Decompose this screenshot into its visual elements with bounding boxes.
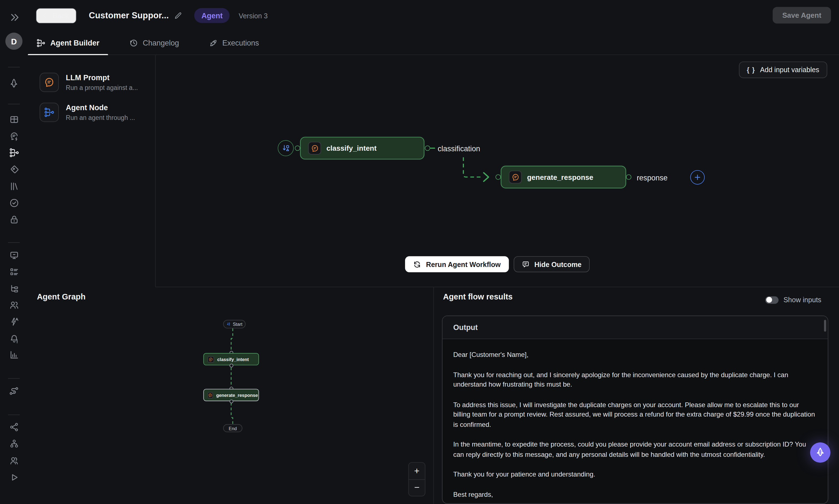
sidebar-item-org[interactable] xyxy=(0,435,28,452)
hide-outcome-button[interactable]: Hide Outcome xyxy=(513,256,589,272)
agent-graph-panel: Agent Graph Start classify_intent genera… xyxy=(28,287,434,504)
icon-rail: D xyxy=(0,0,28,504)
chat-bubble-icon xyxy=(44,77,55,88)
sidebar-item-labels[interactable] xyxy=(0,162,28,178)
add-input-variables-button[interactable]: { } Add input variables xyxy=(739,61,827,78)
workflow-icon xyxy=(44,107,55,118)
palette-item-description: Run a prompt against a... xyxy=(66,84,138,92)
route-icon xyxy=(8,386,19,397)
save-agent-button[interactable]: Save Agent xyxy=(773,7,831,23)
share-icon xyxy=(9,422,19,432)
monitor-icon xyxy=(9,250,19,260)
back-button[interactable]: Back xyxy=(36,8,77,23)
sidebar-item-tables[interactable] xyxy=(0,111,28,127)
show-inputs-control: Show inputs xyxy=(765,296,821,304)
org-chart-icon xyxy=(9,438,19,449)
rocket-icon xyxy=(209,38,218,48)
braces-icon: { } xyxy=(747,66,755,74)
generate-output-port[interactable] xyxy=(626,174,631,180)
page-title: Customer Suppor... xyxy=(89,11,169,20)
sidebar-item-pipelines[interactable] xyxy=(0,383,28,399)
divider xyxy=(8,242,20,243)
output-paragraph: Best regards, xyxy=(453,490,817,500)
node-chip xyxy=(208,392,213,398)
tab-agent-builder[interactable]: Agent Builder xyxy=(28,31,108,55)
copilot-ship-icon xyxy=(8,78,19,89)
plus-icon xyxy=(694,174,701,181)
play-icon xyxy=(9,472,19,482)
copilot-ship-icon xyxy=(814,447,826,458)
output-paragraph: Dear [Customer's Name], xyxy=(453,350,817,360)
rerun-agent-workflow-button[interactable]: Rerun Agent Workflow xyxy=(405,256,508,272)
sidebar-item-deployments[interactable] xyxy=(0,247,28,263)
bar-chart-icon xyxy=(9,349,19,360)
divider xyxy=(8,378,20,379)
sidebar-item-copilot[interactable] xyxy=(0,75,28,92)
sidebar-item-actions[interactable] xyxy=(0,313,28,329)
prompt-chat-icon xyxy=(9,131,19,142)
output-label-classification: classification xyxy=(438,144,480,153)
output-header: Output xyxy=(443,316,828,339)
edit-title-button[interactable] xyxy=(174,11,183,20)
node-chip xyxy=(208,356,214,362)
sidebar-item-analytics[interactable] xyxy=(0,347,28,363)
divider xyxy=(8,67,20,68)
classify-output-port[interactable] xyxy=(425,145,430,151)
agent-flow-results-panel: Agent flow results Show inputs Output De… xyxy=(434,287,839,504)
mini-start-node[interactable]: Start xyxy=(223,320,246,329)
library-icon xyxy=(9,181,19,191)
chat-bubble-icon xyxy=(311,144,319,152)
sidebar-item-prompts[interactable] xyxy=(0,128,28,145)
avatar[interactable]: D xyxy=(5,33,22,50)
output-paragraph: In the meantime, to expedite the process… xyxy=(453,439,817,459)
palette-item-llm-prompt[interactable]: LLM Prompt Run a prompt against a... xyxy=(28,66,156,98)
tree-icon xyxy=(9,283,19,294)
scrollbar-thumb[interactable] xyxy=(824,320,826,332)
sidebar-item-integrations[interactable] xyxy=(0,419,28,435)
copilot-fab-button[interactable] xyxy=(810,443,831,463)
mini-end-node[interactable]: End xyxy=(223,424,243,432)
output-paragraph: To address this issue, I will investigat… xyxy=(453,400,817,430)
pencil-icon xyxy=(174,11,183,20)
chat-bubble-icon xyxy=(208,393,212,397)
refresh-icon xyxy=(413,260,421,268)
palette-item-description: Run an agent through ... xyxy=(66,114,135,122)
check-squircle-icon xyxy=(9,198,19,208)
sidebar-item-members[interactable] xyxy=(0,297,28,313)
node-chip xyxy=(509,171,522,183)
table-icon xyxy=(9,114,19,124)
sidebar-item-hierarchy[interactable] xyxy=(0,280,28,296)
output-body[interactable]: Dear [Customer's Name], Thank you for re… xyxy=(443,339,828,500)
message-icon xyxy=(521,260,530,268)
sidebar-item-run[interactable] xyxy=(0,469,28,485)
node-generate-response[interactable]: generate_response xyxy=(501,166,626,188)
agent-graph-title: Agent Graph xyxy=(37,292,86,301)
add-node-button[interactable] xyxy=(690,170,704,184)
sidebar-item-security[interactable] xyxy=(0,211,28,227)
workflow-inputs-button[interactable] xyxy=(278,140,294,156)
palette-item-agent-node[interactable]: Agent Node Run an agent through ... xyxy=(28,96,156,128)
tab-executions[interactable]: Executions xyxy=(200,31,268,55)
sidebar-item-evaluations[interactable] xyxy=(0,195,28,211)
palette-item-title: Agent Node xyxy=(66,103,135,112)
app-window: D Back Customer Suppor... Age xyxy=(0,0,839,504)
sidebar-item-workflows[interactable] xyxy=(0,144,28,160)
chevrons-right-icon xyxy=(9,12,19,22)
output-card: Output Dear [Customer's Name], Thank you… xyxy=(442,316,828,504)
show-inputs-toggle[interactable] xyxy=(765,296,779,304)
sidebar-item-team[interactable] xyxy=(0,452,28,468)
sidebar-item-library[interactable] xyxy=(0,178,28,194)
expand-sidebar-button[interactable] xyxy=(0,9,28,25)
zoom-out-button[interactable]: − xyxy=(409,479,425,496)
zoom-in-button[interactable]: + xyxy=(409,463,425,479)
generate-input-port[interactable] xyxy=(496,174,501,180)
show-inputs-label: Show inputs xyxy=(784,296,822,304)
workflow-canvas[interactable]: { } Add input variables classify_intent … xyxy=(156,55,839,287)
output-paragraph: Thank you for your patience and understa… xyxy=(453,470,817,480)
tab-changelog[interactable]: Changelog xyxy=(120,31,188,55)
list-icon xyxy=(9,267,19,277)
sidebar-item-records[interactable] xyxy=(0,264,28,280)
node-classify-intent[interactable]: classify_intent xyxy=(300,137,424,159)
input-port[interactable] xyxy=(295,145,300,151)
sidebar-item-alerts[interactable] xyxy=(0,330,28,347)
